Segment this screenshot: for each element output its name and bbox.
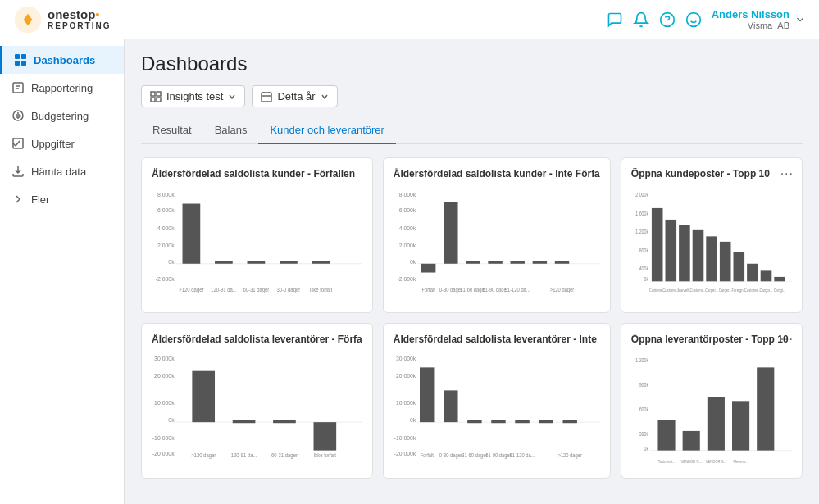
- sidebar-item-dashboards[interactable]: Dashboards: [0, 46, 124, 74]
- svg-text:800k: 800k: [639, 247, 648, 253]
- svg-rect-69: [665, 220, 676, 281]
- svg-rect-133: [757, 367, 774, 450]
- dashboards-icon: [14, 53, 27, 66]
- chat-icon[interactable]: [607, 11, 623, 28]
- help-icon[interactable]: [659, 11, 676, 28]
- svg-rect-111: [444, 390, 457, 422]
- page-title: Dashboards: [141, 52, 803, 75]
- logo: onestop• REPORTING: [13, 5, 111, 34]
- svg-rect-53: [532, 261, 546, 264]
- svg-text:0k: 0k: [644, 445, 648, 452]
- fler-icon: [11, 193, 25, 206]
- tab-kunder[interactable]: Kunder och leverantörer: [258, 117, 395, 144]
- svg-rect-32: [215, 261, 233, 264]
- svg-text:Ikke forfalt: Ikke forfalt: [310, 287, 333, 293]
- svg-rect-52: [510, 261, 524, 264]
- svg-text:1 200k: 1 200k: [635, 356, 648, 363]
- svg-text:-10 000k: -10 000k: [394, 434, 416, 441]
- svg-text:400k: 400k: [639, 265, 648, 271]
- chart-title-3: Öppna kundeposter - Topp 10: [631, 168, 792, 179]
- svg-rect-19: [157, 98, 161, 102]
- smiley-icon[interactable]: [685, 11, 702, 28]
- hamta-data-icon: [11, 165, 25, 178]
- svg-rect-113: [491, 420, 505, 423]
- chart-more-6[interactable]: ···: [780, 332, 794, 347]
- svg-text:91-120 da...: 91-120 da...: [505, 287, 530, 293]
- svg-rect-33: [248, 261, 266, 264]
- tab-balans[interactable]: Balans: [203, 117, 259, 144]
- svg-rect-131: [708, 397, 725, 451]
- uppgifter-icon: [11, 137, 25, 150]
- insights-dropdown[interactable]: Insights test: [141, 85, 245, 107]
- chart-svg-4: 30 000k 20 000k 10 000k 0k -10 000k -20 …: [152, 352, 362, 466]
- svg-text:0k: 0k: [644, 275, 648, 282]
- svg-text:-2 000k: -2 000k: [397, 276, 416, 283]
- chart-svg-3: 2 000k 1 600k 1 200k 800k 400k 0k: [631, 186, 792, 301]
- budgetering-icon: [11, 109, 25, 122]
- rapportering-icon: [11, 81, 25, 94]
- chart-title-2: Åldersfördelad saldolista kunder - Inte …: [394, 168, 600, 179]
- sidebar-item-fler[interactable]: Fler: [0, 185, 124, 213]
- bell-icon[interactable]: [633, 11, 649, 28]
- svg-text:10 000k: 10 000k: [154, 398, 175, 406]
- svg-rect-114: [515, 420, 529, 423]
- svg-rect-31: [183, 204, 201, 264]
- svg-text:0k: 0k: [410, 258, 416, 265]
- svg-text:Carger...: Carger...: [705, 287, 718, 293]
- chart-svg-1: 8 000k 6 000k 4 000k 2 000k 0k -2 000k: [152, 186, 362, 301]
- chart-area-5: 30 000k 20 000k 10 000k 0k -10 000k -20 …: [394, 352, 600, 466]
- svg-rect-7: [15, 54, 20, 59]
- body: Dashboards Rapportering Budgetering: [0, 39, 819, 504]
- period-dropdown[interactable]: Detta år: [252, 85, 337, 107]
- svg-rect-130: [682, 431, 699, 451]
- svg-rect-132: [732, 401, 749, 450]
- tab-resultat[interactable]: Resultat: [141, 117, 203, 144]
- header-icons: Anders Nilsson Visma_AB: [607, 8, 806, 30]
- svg-text:8 000k: 8 000k: [399, 192, 416, 198]
- svg-rect-95: [192, 371, 215, 422]
- svg-rect-98: [314, 422, 337, 450]
- svg-text:Meventr...: Meventr...: [733, 458, 748, 464]
- chart-card-1: Åldersfördelad saldolista kunder - Förfa…: [141, 157, 373, 313]
- sidebar-label-fler: Fler: [31, 193, 49, 206]
- svg-text:20 000k: 20 000k: [396, 373, 416, 379]
- svg-rect-20: [262, 93, 271, 102]
- svg-rect-68: [652, 208, 663, 281]
- chart-more-3[interactable]: ···: [780, 166, 794, 181]
- user-name: Anders Nilsson: [712, 8, 789, 20]
- sidebar-item-budgetering[interactable]: Budgetering: [0, 102, 124, 129]
- chart-area-3: 2 000k 1 600k 1 200k 800k 400k 0k: [631, 186, 792, 301]
- chart-svg-2: 8 000k 6 000k 4 000k 2 000k 0k -2 000k: [394, 186, 600, 301]
- chart-svg-5: 30 000k 20 000k 10 000k 0k -10 000k -20 …: [394, 352, 600, 466]
- svg-text:900k: 900k: [639, 381, 648, 388]
- svg-text:60-31 dager: 60-31 dager: [271, 452, 298, 458]
- svg-text:VENDOR N...: VENDOR N...: [706, 458, 726, 464]
- svg-text:6 000k: 6 000k: [157, 207, 175, 214]
- sidebar-label-dashboards: Dashboards: [34, 54, 95, 66]
- tab-bar: Resultat Balans Kunder och leverantörer: [141, 117, 803, 144]
- chart-card-5: Åldersfördelad saldolista leverantörer -…: [383, 323, 611, 479]
- sidebar-item-uppgifter[interactable]: Uppgifter: [0, 129, 124, 157]
- svg-text:2 000k: 2 000k: [399, 243, 416, 249]
- sidebar-item-rapportering[interactable]: Rapportering: [0, 74, 124, 102]
- sidebar-item-hamta-data[interactable]: Hämta data: [0, 157, 124, 185]
- svg-rect-112: [467, 420, 481, 423]
- svg-rect-72: [706, 236, 717, 281]
- sidebar-label-budgetering: Budgetering: [31, 110, 89, 122]
- svg-rect-70: [679, 225, 690, 281]
- chevron-down-icon: [228, 93, 236, 101]
- svg-rect-35: [312, 261, 330, 264]
- svg-point-1: [25, 16, 30, 22]
- svg-text:8 000k: 8 000k: [157, 191, 175, 198]
- svg-text:Forfalt: Forfalt: [421, 287, 435, 293]
- svg-rect-8: [21, 54, 26, 59]
- svg-rect-96: [233, 420, 256, 423]
- svg-rect-77: [774, 277, 785, 281]
- logo-bottom: REPORTING: [48, 21, 111, 30]
- svg-text:Övrigt...: Övrigt...: [774, 287, 786, 293]
- app: onestop• REPORTING: [0, 0, 819, 504]
- svg-rect-76: [761, 270, 772, 281]
- svg-text:VENDOR N...: VENDOR N...: [680, 458, 701, 464]
- chart-area-1: 8 000k 6 000k 4 000k 2 000k 0k -2 000k: [152, 186, 362, 301]
- chevron-down-icon[interactable]: [794, 14, 806, 25]
